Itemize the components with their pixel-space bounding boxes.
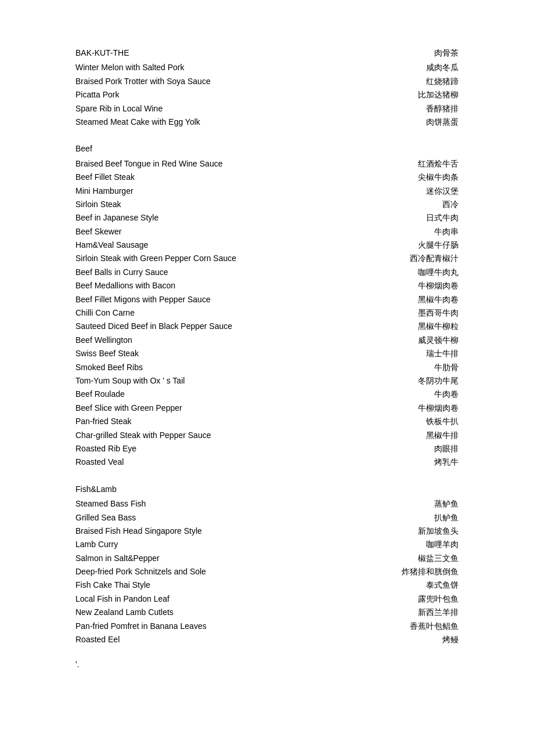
item-chinese: 红烧猪蹄 xyxy=(426,75,459,88)
list-item: Roasted Rib Eye 肉眼排 xyxy=(75,442,459,455)
item-english: Lamb Curry xyxy=(75,538,250,551)
list-item: Beef Skewer 牛肉串 xyxy=(75,225,459,238)
list-item: Picatta Pork 比加达猪柳 xyxy=(75,88,459,101)
item-english: Deep-fried Pork Schnitzels and Sole xyxy=(75,565,250,578)
section-beef: Beef Braised Beef Tongue in Red Wine Sau… xyxy=(75,142,459,468)
list-item: Braised Fish Head Singapore Style 新加坡鱼头 xyxy=(75,525,459,537)
item-chinese: 迷你汉堡 xyxy=(426,185,459,197)
section-title-bak-kut-the: BAK-KUT-THE xyxy=(75,46,250,59)
list-item: Beef Balls in Curry Sauce 咖哩牛肉丸 xyxy=(75,266,459,278)
item-chinese: 牛肉串 xyxy=(434,225,459,238)
item-english: Salmon in Salt&Pepper xyxy=(75,552,250,565)
item-chinese: 椒盐三文鱼 xyxy=(418,552,459,565)
item-english: Pan-fried Pomfret in Banana Leaves xyxy=(75,620,250,632)
item-english: Mini Hamburger xyxy=(75,185,250,197)
item-english: Swiss Beef Steak xyxy=(75,347,250,360)
item-chinese: 肉饼蒸蛋 xyxy=(426,115,459,128)
item-english: Roasted Rib Eye xyxy=(75,442,250,455)
item-english: Sirloin Steak xyxy=(75,198,250,211)
list-item: Braised Pork Trotter with Soya Sauce 红烧猪… xyxy=(75,75,459,88)
item-english: New Zealand Lamb Cutlets xyxy=(75,606,250,618)
item-chinese: 烤乳牛 xyxy=(434,455,459,468)
item-english: Pan-fried Steak xyxy=(75,415,250,428)
item-chinese: 泰式鱼饼 xyxy=(426,578,459,591)
item-english: Beef Balls in Curry Sauce xyxy=(75,266,250,278)
list-item: Roasted Eel 烤鳗 xyxy=(75,633,459,646)
list-item: Beef in Japanese Style 日式牛肉 xyxy=(75,211,459,224)
item-english: Char-grilled Steak with Pepper Sauce xyxy=(75,429,250,442)
list-item: Beef Slice with Green Pepper 牛柳烟肉卷 xyxy=(75,401,459,414)
item-chinese: 肉眼排 xyxy=(434,442,459,455)
item-chinese: 墨西哥牛肉 xyxy=(418,306,459,319)
item-chinese: 咖哩羊肉 xyxy=(426,538,459,551)
item-chinese: 蒸鲈鱼 xyxy=(434,497,459,510)
item-chinese: 西冷配青椒汁 xyxy=(410,252,459,265)
item-english: Picatta Pork xyxy=(75,88,250,101)
list-item: Deep-fried Pork Schnitzels and Sole 炸猪排和… xyxy=(75,565,459,578)
item-chinese: 新加坡鱼头 xyxy=(418,525,459,537)
item-chinese: 威灵顿牛柳 xyxy=(418,334,459,346)
section-fish-lamb: Fish&Lamb Steamed Bass Fish 蒸鲈鱼 Grilled … xyxy=(75,483,459,646)
list-item: Pan-fried Pomfret in Banana Leaves 香蕉叶包鲳… xyxy=(75,620,459,632)
item-chinese: 日式牛肉 xyxy=(426,211,459,224)
item-chinese: 烤鳗 xyxy=(442,633,459,646)
section-title-fish-lamb: Fish&Lamb xyxy=(75,483,250,495)
list-item: Steamed Meat Cake with Egg Yolk 肉饼蒸蛋 xyxy=(75,115,459,128)
list-item: Steamed Bass Fish 蒸鲈鱼 xyxy=(75,497,459,510)
section-header-row: Fish&Lamb xyxy=(75,483,459,497)
item-english: Sauteed Diced Beef in Black Pepper Sauce xyxy=(75,320,250,332)
item-chinese: 铁板牛扒 xyxy=(426,415,459,428)
item-chinese: 新西兰羊排 xyxy=(418,606,459,618)
item-english: Fish Cake Thai Style xyxy=(75,578,250,591)
item-chinese: 牛柳烟肉卷 xyxy=(418,401,459,414)
list-item: Pan-fried Steak 铁板牛扒 xyxy=(75,415,459,428)
item-chinese: 西冷 xyxy=(442,198,459,211)
section-header-row: Beef xyxy=(75,142,459,156)
list-item: Beef Fillet Steak 尖椒牛肉条 xyxy=(75,171,459,183)
list-item: Char-grilled Steak with Pepper Sauce 黑椒牛… xyxy=(75,429,459,442)
item-english: Beef Fillet Migons with Pepper Sauce xyxy=(75,293,250,306)
item-chinese: 黑椒牛排 xyxy=(426,429,459,442)
item-english: Sirloin Steak with Green Pepper Corn Sau… xyxy=(75,252,250,265)
section-header-row: BAK-KUT-THE 肉骨茶 xyxy=(75,46,459,60)
item-chinese: 香蕉叶包鲳鱼 xyxy=(410,620,459,632)
list-item: Salmon in Salt&Pepper 椒盐三文鱼 xyxy=(75,552,459,565)
item-english: Beef Fillet Steak xyxy=(75,171,250,183)
item-chinese: 火腿牛仔肠 xyxy=(418,238,459,251)
item-english: Braised Fish Head Singapore Style xyxy=(75,525,250,537)
list-item: Ham&Veal Sausage 火腿牛仔肠 xyxy=(75,238,459,251)
list-item: Grilled Sea Bass 扒鲈鱼 xyxy=(75,511,459,524)
item-english: Braised Pork Trotter with Soya Sauce xyxy=(75,75,250,88)
item-chinese: 牛柳烟肉卷 xyxy=(418,279,459,292)
item-english: Grilled Sea Bass xyxy=(75,511,250,524)
list-item: Braised Beef Tongue in Red Wine Sauce 红酒… xyxy=(75,157,459,170)
item-chinese: 炸猪排和胱倒鱼 xyxy=(402,565,459,578)
menu-container: BAK-KUT-THE 肉骨茶 Winter Melon with Salted… xyxy=(75,46,459,669)
section-title-beef: Beef xyxy=(75,142,250,155)
list-item: Spare Rib in Local Wine 香醇猪排 xyxy=(75,102,459,115)
item-english: Spare Rib in Local Wine xyxy=(75,102,250,115)
item-english: Beef Medallions with Bacon xyxy=(75,279,250,292)
item-chinese: 牛肉卷 xyxy=(434,388,459,400)
item-chinese: 咖哩牛肉丸 xyxy=(418,266,459,278)
list-item: Local Fish in Pandon Leaf 露兜叶包鱼 xyxy=(75,592,459,605)
item-english: Smoked Beef Ribs xyxy=(75,361,250,374)
item-chinese: 冬阴功牛尾 xyxy=(418,374,459,387)
list-item: Swiss Beef Steak 瑞士牛排 xyxy=(75,347,459,360)
item-english: Roasted Veal xyxy=(75,455,250,468)
item-chinese: 黑椒牛柳粒 xyxy=(418,320,459,332)
section-bak-kut-the: BAK-KUT-THE 肉骨茶 Winter Melon with Salted… xyxy=(75,46,459,128)
item-english: Steamed Meat Cake with Egg Yolk xyxy=(75,115,250,128)
list-item: Smoked Beef Ribs 牛肋骨 xyxy=(75,361,459,374)
list-item: Tom-Yum Soup with Ox ' s Tail 冬阴功牛尾 xyxy=(75,374,459,387)
list-item: Mini Hamburger 迷你汉堡 xyxy=(75,185,459,197)
list-item: Fish Cake Thai Style 泰式鱼饼 xyxy=(75,578,459,591)
list-item: Beef Roulade 牛肉卷 xyxy=(75,388,459,400)
item-english: Beef Skewer xyxy=(75,225,250,238)
item-english: Beef Slice with Green Pepper xyxy=(75,401,250,414)
item-english: Winter Melon with Salted Pork xyxy=(75,61,250,74)
item-english: Beef Roulade xyxy=(75,388,250,400)
item-chinese: 红酒烩牛舌 xyxy=(418,157,459,170)
list-item: Sauteed Diced Beef in Black Pepper Sauce… xyxy=(75,320,459,332)
item-english: Beef in Japanese Style xyxy=(75,211,250,224)
